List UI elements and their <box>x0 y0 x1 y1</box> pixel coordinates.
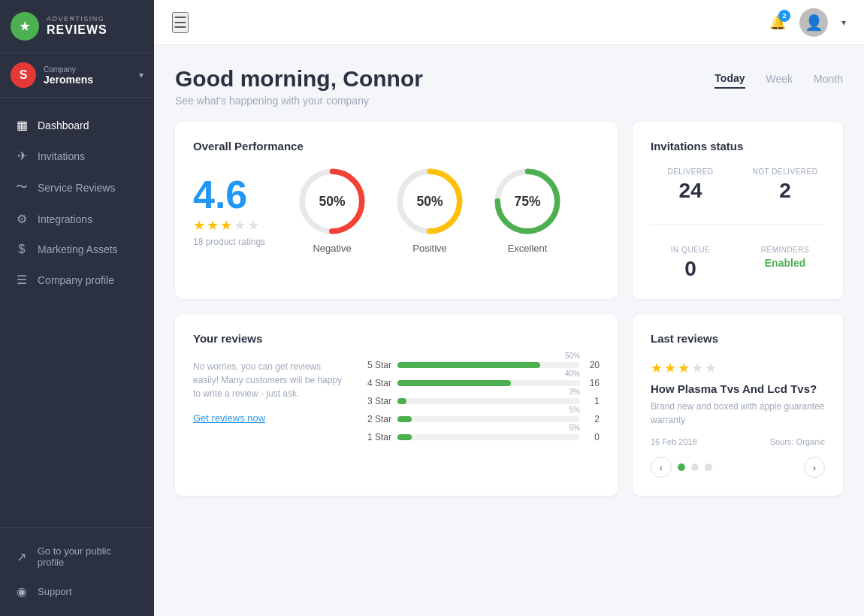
bottom-cards-row: Your reviews No worries, you can get rev… <box>175 314 843 496</box>
bar-pct-5star: 50% <box>565 352 580 360</box>
review-star-4: ★ <box>691 360 703 376</box>
review-star-1: ★ <box>651 360 663 376</box>
star-5: ★ <box>247 217 259 234</box>
review-dot-3[interactable] <box>705 464 712 471</box>
chevron-down-icon: ▾ <box>139 70 143 80</box>
gauges: 50% Negative 50% Positive <box>283 168 561 254</box>
stat-in-queue: IN QUEUE 0 <box>651 246 730 281</box>
last-reviews-title: Last reviews <box>651 332 825 345</box>
sidebar: ★ ADVERTISING REVIEWS S Company Jeromens… <box>0 0 154 616</box>
bar-pct-4star: 40% <box>565 370 580 378</box>
hamburger-button[interactable]: ☰ <box>172 12 189 33</box>
notifications-button[interactable]: 🔔 2 <box>769 14 786 31</box>
tab-today[interactable]: Today <box>714 72 745 89</box>
your-reviews-title: Your reviews <box>193 332 600 345</box>
bar-fill-3star <box>397 398 406 404</box>
overall-performance-card: Overall Performance 4.6 ★ ★ ★ ★ ★ 18 pro… <box>175 122 618 299</box>
delivered-value: 24 <box>651 179 730 203</box>
review-star-3: ★ <box>678 360 690 376</box>
sidebar-item-label: Invitations <box>38 150 85 162</box>
svg-text:75%: 75% <box>515 194 541 209</box>
bar-row-3star: 3 Star 3% 1 <box>361 396 600 406</box>
bar-row-2star: 2 Star 5% 2 <box>361 414 600 424</box>
sidebar-item-company-profile[interactable]: ☰ Company profile <box>0 264 154 295</box>
donut-excellent: 75% <box>494 168 561 235</box>
review-meta: 16 Feb 2018 Sours: Organic <box>651 437 825 446</box>
topbar: ☰ 🔔 2 👤 ▾ <box>154 0 864 45</box>
prev-review-button[interactable]: ‹ <box>651 457 672 478</box>
svg-text:50%: 50% <box>417 194 443 209</box>
sidebar-item-invitations[interactable]: ✈ Invitations <box>0 140 154 171</box>
reminders-value: Enabled <box>745 257 825 269</box>
review-date: 16 Feb 2018 <box>651 437 697 446</box>
perf-content: 4.6 ★ ★ ★ ★ ★ 18 product ratings <box>193 168 600 254</box>
stars: ★ ★ ★ ★ ★ <box>193 217 265 234</box>
stat-reminders: REMINDERS Enabled <box>745 246 825 281</box>
bar-track-2star: 5% <box>397 416 580 422</box>
sidebar-item-support[interactable]: ◉ Support <box>0 576 154 607</box>
invitations-grid: DELIVERED 24 NOT DELIVERED 2 IN QUEUE 0 … <box>651 168 825 281</box>
time-tabs: Today Week Month <box>714 72 843 89</box>
sidebar-item-label: Go to your public profile <box>38 545 139 568</box>
review-star-2: ★ <box>664 360 676 376</box>
bar-label-1star: 1 Star <box>361 432 391 442</box>
next-review-button[interactable]: › <box>804 457 825 478</box>
bar-track-5star: 50% <box>397 362 580 368</box>
star-1: ★ <box>193 217 205 234</box>
not-delivered-value: 2 <box>745 179 825 203</box>
reviews-content: No worries, you can get reviews easily! … <box>193 360 600 450</box>
bar-count-4star: 16 <box>586 378 600 388</box>
nav-menu: ▦ Dashboard ✈ Invitations 〜 Service Revi… <box>0 98 154 527</box>
rating-number: 4.6 <box>193 175 265 214</box>
company-profile-icon: ☰ <box>15 273 29 287</box>
reviews-left: No worries, you can get reviews easily! … <box>193 360 343 450</box>
sidebar-item-dashboard[interactable]: ▦ Dashboard <box>0 110 154 140</box>
last-reviews-card: Last reviews ★ ★ ★ ★ ★ How Plasma Tvs An… <box>633 314 843 496</box>
sidebar-footer: ↗ Go to your public profile ◉ Support <box>0 527 154 616</box>
service-reviews-icon: 〜 <box>15 180 29 195</box>
rating-count: 18 product ratings <box>193 237 265 247</box>
review-dot-1[interactable] <box>678 464 685 471</box>
svg-text:50%: 50% <box>319 194 346 209</box>
logo-top: ADVERTISING <box>47 16 107 23</box>
get-reviews-link[interactable]: Get reviews now <box>193 412 265 424</box>
stat-delivered: DELIVERED 24 <box>651 168 730 203</box>
sidebar-item-integrations[interactable]: ⚙ Integrations <box>0 204 154 234</box>
gauge-positive-label: Positive <box>412 243 447 254</box>
tab-month[interactable]: Month <box>814 73 843 88</box>
sidebar-item-label: Marketing Assets <box>38 243 118 255</box>
star-2: ★ <box>207 217 219 234</box>
main-content: ☰ 🔔 2 👤 ▾ Good morning, Connor See what'… <box>154 0 864 616</box>
invitations-icon: ✈ <box>15 149 29 163</box>
company-info: Company Jeromens <box>44 65 131 86</box>
sidebar-item-marketing-assets[interactable]: $ Marketing Assets <box>0 234 154 264</box>
logo-text: ADVERTISING REVIEWS <box>47 16 107 36</box>
review-star-5: ★ <box>705 360 717 376</box>
logo-bottom: REVIEWS <box>47 23 107 37</box>
bar-track-1star: 5% <box>397 434 580 440</box>
reviews-bars: 5 Star 50% 20 4 Star 40% <box>361 360 600 450</box>
company-selector[interactable]: S Company Jeromens ▾ <box>0 53 154 98</box>
logo-icon: ★ <box>11 12 39 41</box>
tab-week[interactable]: Week <box>766 73 793 88</box>
review-dot-2[interactable] <box>691 464 699 471</box>
company-avatar: S <box>11 62 36 88</box>
company-label: Company <box>44 65 131 74</box>
bar-track-3star: 3% <box>397 398 580 404</box>
sidebar-item-label: Service Reviews <box>38 182 115 194</box>
bar-fill-5star <box>397 362 540 368</box>
invitations-status-card: Invitations status DELIVERED 24 NOT DELI… <box>633 122 843 299</box>
bar-count-1star: 0 <box>586 432 600 442</box>
gauge-negative-label: Negative <box>313 243 351 254</box>
donut-negative: 50% <box>298 168 366 235</box>
user-menu-chevron-icon[interactable]: ▾ <box>841 17 846 28</box>
avatar[interactable]: 👤 <box>799 8 828 37</box>
invitations-status-title: Invitations status <box>651 140 825 152</box>
bar-label-2star: 2 Star <box>361 414 391 424</box>
star-3: ★ <box>220 217 232 234</box>
rating-big: 4.6 ★ ★ ★ ★ ★ 18 product ratings <box>193 175 265 247</box>
page-header: Good morning, Connor See what's happenin… <box>175 66 843 107</box>
sidebar-item-service-reviews[interactable]: 〜 Service Reviews <box>0 171 154 204</box>
sidebar-item-public-profile[interactable]: ↗ Go to your public profile <box>0 537 154 576</box>
donut-positive: 50% <box>396 168 464 235</box>
